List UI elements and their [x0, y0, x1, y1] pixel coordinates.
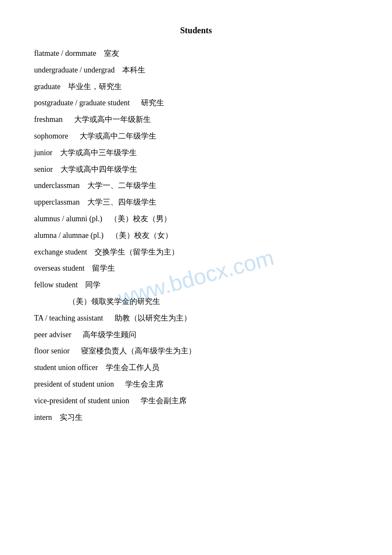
- english-text: graduate: [34, 82, 61, 91]
- list-item: junior 大学或高中三年级学生: [34, 147, 358, 159]
- english-text: alumnus / alumni (pl.): [34, 214, 102, 223]
- english-text: postgraduate / graduate student: [34, 98, 130, 107]
- chinese-text: 研究生: [141, 98, 164, 107]
- english-text: upperclassman: [34, 198, 80, 206]
- list-item: peer adviser 高年级学生顾问: [34, 329, 358, 341]
- list-item: overseas student 留学生: [34, 262, 358, 275]
- chinese-text: 高年级学生顾问: [83, 330, 136, 339]
- list-item: intern 实习生: [34, 411, 358, 424]
- english-text: president of student union: [34, 380, 114, 388]
- chinese-text: （美）校友（男）: [110, 214, 171, 223]
- chinese-text: 实习生: [60, 413, 83, 422]
- chinese-text: 大学或高中四年级学生: [61, 165, 137, 173]
- list-item: exchange student 交换学生（留学生为主）: [34, 246, 358, 258]
- list-item: fellow student 同学: [34, 279, 358, 291]
- english-text: junior: [34, 148, 52, 157]
- chinese-text: 学生会副主席: [141, 396, 187, 405]
- chinese-text: 本科生: [122, 66, 145, 74]
- list-item: floor senior 寝室楼负责人（高年级学生为主）: [34, 345, 358, 357]
- english-text: freshman: [34, 115, 63, 124]
- list-item: undergraduate / undergrad 本科生: [34, 64, 358, 76]
- page-title: Students: [34, 26, 358, 35]
- english-text: student union officer: [34, 363, 98, 372]
- english-text: underclassman: [34, 181, 80, 190]
- chinese-text: 寝室楼负责人（高年级学生为主）: [81, 347, 196, 355]
- chinese-text: 大学或高中二年级学生: [80, 132, 156, 140]
- list-item: freshman 大学或高中一年级新生: [34, 113, 358, 126]
- english-text: flatmate / dormmate: [34, 49, 96, 58]
- list-item: president of student union 学生会主席: [34, 378, 358, 390]
- english-text: exchange student: [34, 248, 87, 256]
- english-text: vice-president of student union: [34, 396, 129, 405]
- list-item: upperclassman 大学三、四年级学生: [34, 196, 358, 208]
- list-item: graduate 毕业生，研究生: [34, 81, 358, 93]
- chinese-text: 交换学生（留学生为主）: [95, 248, 179, 256]
- chinese-text: 助教（以研究生为主）: [115, 314, 191, 322]
- english-text: fellow student: [34, 280, 78, 289]
- list-item: vice-president of student union 学生会副主席: [34, 395, 358, 407]
- chinese-text: 大学一、二年级学生: [87, 181, 156, 190]
- english-text: senior: [34, 165, 53, 173]
- english-text: undergraduate / undergrad: [34, 66, 115, 74]
- chinese-text: （美）校友（女）: [111, 231, 173, 240]
- chinese-text: 毕业生，研究生: [68, 82, 122, 91]
- list-item: TA / teaching assistant 助教（以研究生为主）: [34, 312, 358, 324]
- chinese-text: 大学或高中一年级新生: [74, 115, 151, 124]
- chinese-text: 大学或高中三年级学生: [60, 148, 137, 157]
- chinese-text: 室友: [104, 49, 119, 58]
- chinese-text: 大学三、四年级学生: [87, 198, 156, 206]
- list-item: postgraduate / graduate student 研究生: [34, 97, 358, 109]
- list-item: sophomore 大学或高中二年级学生: [34, 130, 358, 142]
- english-text: TA / teaching assistant: [34, 314, 103, 322]
- list-item: flatmate / dormmate 室友: [34, 47, 358, 60]
- chinese-text: 同学: [85, 280, 101, 289]
- english-text: sophomore: [34, 132, 68, 140]
- chinese-text: 学生会主席: [125, 380, 164, 388]
- english-text: intern: [34, 413, 52, 422]
- list-item: alumna / alumnae (pl.) （美）校友（女）: [34, 229, 358, 242]
- chinese-text: 留学生: [92, 264, 115, 272]
- english-text: alumna / alumnae (pl.): [34, 231, 104, 240]
- list-item: student union officer 学生会工作人员: [34, 361, 358, 374]
- english-text: overseas student: [34, 264, 84, 272]
- list-item: senior 大学或高中四年级学生: [34, 163, 358, 176]
- chinese-text: （美）领取奖学金的研究生: [68, 297, 160, 306]
- list-item: underclassman 大学一、二年级学生: [34, 179, 358, 192]
- english-text: peer adviser: [34, 330, 71, 339]
- list-item: （美）领取奖学金的研究生: [34, 295, 358, 308]
- list-item: alumnus / alumni (pl.) （美）校友（男）: [34, 213, 358, 225]
- english-text: floor senior: [34, 347, 69, 355]
- chinese-text: 学生会工作人员: [106, 363, 159, 372]
- vocab-list: flatmate / dormmate 室友undergraduate / un…: [34, 47, 358, 423]
